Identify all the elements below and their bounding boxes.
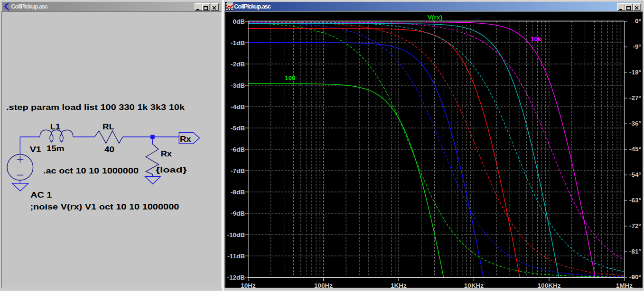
svg-text:-54°: -54° (629, 171, 641, 178)
svg-text:-81°: -81° (629, 248, 641, 255)
svg-text:-3dB: -3dB (231, 82, 245, 89)
svg-text:100Hz: 100Hz (314, 282, 333, 289)
svg-text:-12dB: -12dB (227, 274, 245, 281)
svg-text:0°: 0° (635, 18, 641, 25)
svg-text:-72°: -72° (629, 222, 641, 229)
svg-text:1MHz: 1MHz (616, 282, 633, 289)
svg-text:100: 100 (285, 74, 296, 82)
svg-text:-5dB: -5dB (231, 125, 245, 132)
svg-text:-8dB: -8dB (231, 189, 245, 196)
svg-text:V(rx): V(rx) (428, 14, 442, 21)
svg-text:10Hz: 10Hz (241, 282, 256, 289)
svg-text:0dB: 0dB (233, 18, 245, 25)
svg-text:-11dB: -11dB (227, 253, 245, 260)
svg-text:-36°: -36° (629, 120, 641, 127)
svg-text:100KHz: 100KHz (538, 282, 561, 289)
svg-text:-7dB: -7dB (231, 167, 245, 174)
svg-text:-27°: -27° (629, 94, 641, 101)
svg-text:10k: 10k (531, 36, 541, 43)
svg-text:-4dB: -4dB (231, 103, 245, 110)
svg-text:-6dB: -6dB (231, 146, 245, 153)
svg-text:1KHz: 1KHz (391, 282, 407, 289)
svg-text:10KHz: 10KHz (464, 282, 484, 289)
svg-text:-2dB: -2dB (231, 61, 245, 68)
svg-text:-9dB: -9dB (231, 210, 245, 217)
svg-text:-9°: -9° (633, 43, 641, 50)
svg-text:-1dB: -1dB (231, 39, 245, 46)
svg-text:-90°: -90° (629, 273, 641, 281)
svg-text:-18°: -18° (629, 69, 641, 76)
svg-text:-63°: -63° (629, 197, 641, 204)
svg-text:-45°: -45° (629, 146, 641, 153)
svg-text:-10dB: -10dB (227, 231, 245, 238)
